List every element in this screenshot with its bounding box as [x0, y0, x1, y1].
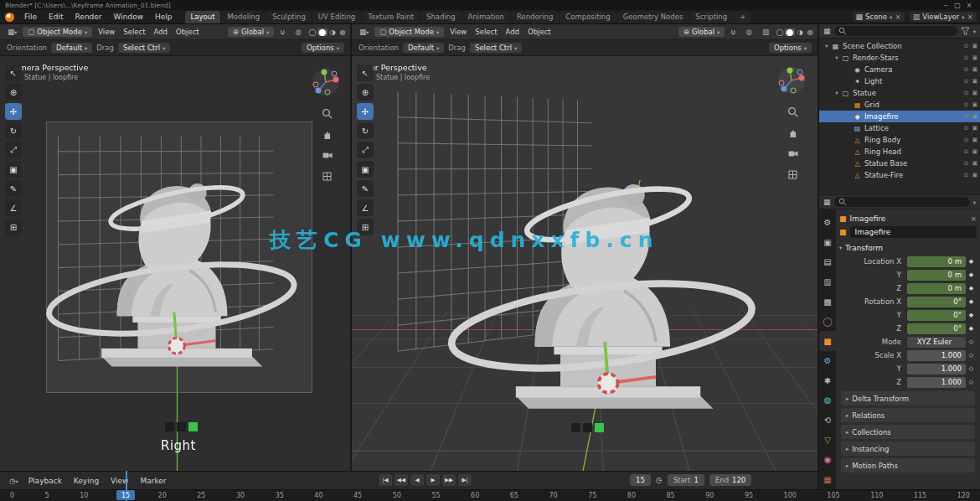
current-frame-field[interactable]: 15: [630, 474, 651, 486]
workspace-tab[interactable]: Shading: [420, 11, 462, 23]
drag-mode-dropdown[interactable]: Select Ctrl: [118, 43, 170, 53]
viewport-menu-item[interactable]: Object: [524, 27, 555, 37]
proportional-edit-toggle[interactable]: [742, 27, 756, 37]
shading-mode-button[interactable]: ◑: [328, 28, 338, 36]
viewlayer-selector[interactable]: ViewLayer: [910, 12, 977, 22]
hide-in-viewport-icon[interactable]: [964, 101, 969, 108]
outliner-row[interactable]: ▾ ▢ Statue: [819, 87, 980, 99]
properties-tab[interactable]: ▦: [819, 470, 836, 490]
expand-icon[interactable]: ▾: [833, 54, 841, 61]
tool-button[interactable]: ∠: [5, 199, 22, 216]
hide-in-viewport-icon[interactable]: [964, 125, 969, 132]
keyframe-decorator-icon[interactable]: ◆: [966, 271, 977, 278]
hide-in-viewport-icon[interactable]: [964, 66, 969, 73]
playback-button[interactable]: |◀: [379, 474, 392, 486]
proportional-edit-toggle[interactable]: [291, 27, 306, 37]
options-dropdown[interactable]: Options: [302, 43, 344, 53]
shading-mode-button[interactable]: ◍: [805, 28, 815, 36]
disable-in-render-icon[interactable]: [972, 90, 977, 96]
disable-in-render-icon[interactable]: [972, 43, 977, 49]
timeline-menu-item[interactable]: Keying: [68, 476, 105, 486]
disable-in-render-icon[interactable]: [972, 66, 977, 73]
disable-in-render-icon[interactable]: [972, 101, 977, 108]
expand-icon[interactable]: ▾: [823, 43, 831, 49]
chevron-down-icon[interactable]: [973, 27, 976, 35]
playback-button[interactable]: ▶: [426, 474, 440, 486]
menu-item[interactable]: Render: [70, 12, 108, 22]
properties-search-input[interactable]: [834, 197, 970, 207]
tool-button[interactable]: ⤢: [357, 142, 374, 158]
workspace-tab[interactable]: Animation: [462, 11, 510, 23]
scene-selector[interactable]: Scene: [853, 12, 905, 22]
collapsed-section-header[interactable]: Relations: [841, 408, 975, 422]
outliner-row[interactable]: ▾ ▦ Scene Collection: [819, 40, 980, 52]
property-value-field[interactable]: XYZ Euler: [907, 337, 966, 348]
overlays-toggle[interactable]: [758, 27, 773, 37]
keyframe-decorator-icon[interactable]: ◇: [966, 365, 977, 372]
outliner-row[interactable]: ◉ Camera: [819, 64, 980, 75]
frame-end-field[interactable]: End120: [709, 474, 751, 486]
property-value-field[interactable]: 0 m: [907, 256, 966, 267]
disable-in-render-icon[interactable]: [972, 148, 977, 155]
timeline-ruler[interactable]: 0510152025303540455055606570758085909510…: [0, 489, 980, 501]
shading-mode-button[interactable]: ⬤: [317, 28, 328, 36]
tool-button[interactable]: ↖: [5, 65, 22, 81]
property-value-field[interactable]: 0 m: [907, 283, 966, 294]
property-value-field[interactable]: 1.000: [907, 364, 966, 374]
mode-dropdown[interactable]: Object Mode: [23, 27, 92, 37]
outliner-row[interactable]: ▾ ▢ Render-Stars: [819, 52, 980, 64]
minimize-button[interactable]: –: [940, 2, 952, 9]
tool-button[interactable]: ∠: [357, 199, 374, 216]
editor-type-button[interactable]: [5, 476, 23, 486]
navigation-gizmo[interactable]: [312, 68, 340, 96]
workspace-tab[interactable]: Sculpting: [266, 11, 312, 23]
hide-in-viewport-icon[interactable]: [964, 172, 969, 178]
collapsed-section-header[interactable]: Delta Transform: [841, 391, 975, 405]
keyframe-decorator-icon[interactable]: ◇: [966, 338, 977, 345]
disable-in-render-icon[interactable]: [972, 113, 977, 120]
keyframe-decorator-icon[interactable]: ◆: [966, 298, 977, 305]
snap-toggle[interactable]: [276, 27, 289, 37]
tool-button[interactable]: ↻: [5, 122, 22, 139]
disable-in-render-icon[interactable]: [972, 78, 977, 85]
properties-tab[interactable]: ▩: [819, 292, 836, 312]
workspace-tab[interactable]: Rendering: [511, 11, 559, 23]
keyframe-decorator-icon[interactable]: ◆: [966, 285, 977, 292]
disable-in-render-icon[interactable]: [972, 54, 977, 61]
orientation-dropdown[interactable]: Global: [228, 27, 275, 37]
unlink-scene-icon[interactable]: [895, 13, 901, 21]
property-value-field[interactable]: 0°: [907, 323, 966, 334]
tool-button[interactable]: ▣: [357, 161, 374, 178]
tool-button[interactable]: ⤢: [5, 142, 22, 158]
shading-mode-button[interactable]: ⬤: [785, 28, 795, 36]
workspace-tab[interactable]: Scripting: [689, 11, 733, 23]
viewport-menu-item[interactable]: Select: [471, 27, 501, 37]
orientation-dropdown[interactable]: Global: [678, 27, 725, 37]
menu-item[interactable]: Help: [149, 12, 178, 22]
disable-in-render-icon[interactable]: [972, 160, 977, 167]
timeline-menu-item[interactable]: View: [105, 476, 134, 486]
viewport-user[interactable]: User Perspective (13) Statue | loopfire …: [352, 56, 818, 471]
chevron-down-icon[interactable]: [973, 198, 976, 206]
tool-button[interactable]: ⊞: [5, 219, 22, 235]
close-button[interactable]: ×: [963, 2, 975, 9]
menu-item[interactable]: Edit: [43, 12, 69, 22]
hide-in-viewport-icon[interactable]: [964, 160, 969, 167]
properties-tab[interactable]: ▥: [819, 272, 836, 292]
remove-viewlayer-icon[interactable]: [967, 13, 973, 21]
options-dropdown[interactable]: Options: [769, 43, 812, 53]
properties-tab[interactable]: ◯: [819, 312, 836, 332]
property-value-field[interactable]: 0 m: [907, 270, 966, 281]
workspace-tab[interactable]: +: [734, 11, 751, 23]
shading-mode-button[interactable]: ◯: [775, 28, 785, 36]
tool-button[interactable]: ⊕: [357, 84, 374, 101]
keyframe-decorator-icon[interactable]: ◇: [966, 379, 977, 385]
outliner-search-input[interactable]: [834, 26, 957, 36]
viewport-camera[interactable]: Camera Perspective (13) Statue | loopfir…: [0, 56, 350, 471]
disable-in-render-icon[interactable]: [972, 137, 977, 143]
tool-button[interactable]: ⊞: [357, 219, 374, 235]
viewport-menu-item[interactable]: View: [446, 27, 471, 37]
tool-button[interactable]: ✢: [357, 103, 374, 120]
tool-button[interactable]: ▣: [5, 161, 22, 178]
shading-mode-button[interactable]: ◯: [307, 28, 317, 36]
